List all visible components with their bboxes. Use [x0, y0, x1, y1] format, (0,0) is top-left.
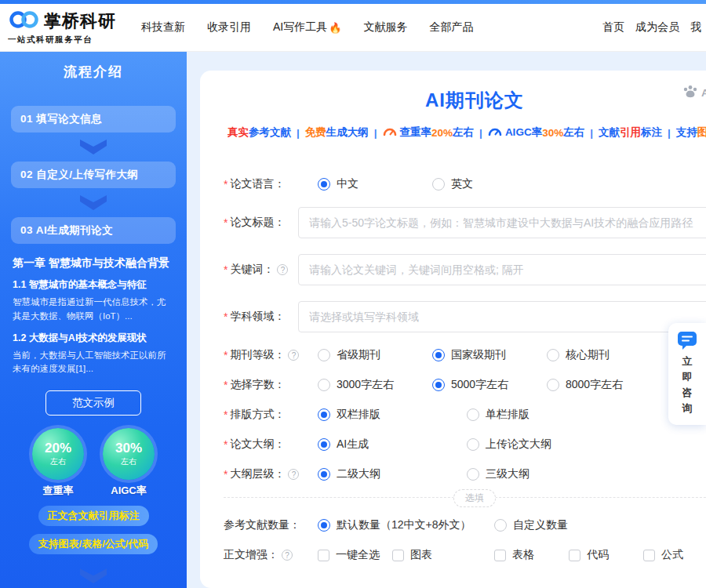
checkbox-icon[interactable] [569, 550, 580, 561]
badge-circle: 20% 左右 [32, 428, 84, 480]
sidebar: 流程介绍 01 填写论文信息 02 自定义/上传写作大纲 03 AI生成期刊论文… [0, 52, 187, 588]
form-label-language: *论文语言： [224, 177, 298, 191]
nav-item-all-products[interactable]: 全部产品 [429, 20, 473, 34]
form-label-journal-level: *期刊等级： ? [224, 348, 298, 362]
checkbox-formula[interactable]: 公式 [643, 548, 683, 562]
optional-divider: 选填 [224, 497, 706, 498]
sample-paper-button[interactable]: 范文示例 [45, 390, 141, 416]
link-home[interactable]: 首页 [602, 20, 624, 34]
subject-input[interactable] [298, 301, 706, 332]
consult-button[interactable]: 立即咨询 [668, 323, 706, 425]
form-label-title: *论文标题： [224, 216, 298, 230]
form-label-outline-level: *大纲层级： ? [224, 467, 298, 481]
radio-outline-two-level[interactable]: 二级大纲 [318, 467, 467, 481]
checkbox-icon[interactable] [392, 550, 404, 561]
checkbox-icon[interactable] [318, 550, 329, 561]
form-row-outline-level: *大纲层级： ? 二级大纲 三级大纲 [224, 467, 706, 481]
gauge-icon-aigc [488, 126, 502, 139]
arrow-down-icon [80, 140, 107, 154]
form-row-word-count: *选择字数： 3000字左右 5000字左右 8000字左右 [224, 378, 706, 392]
radio-icon[interactable] [318, 519, 330, 532]
help-icon[interactable]: ? [277, 264, 288, 275]
watermark: ai-bot.cn AI工具集 [653, 77, 706, 101]
title-input[interactable] [298, 207, 706, 238]
arrow-down-icon [80, 568, 107, 583]
radio-icon[interactable] [318, 408, 330, 421]
form-label-references: 参考文献数量： [224, 518, 298, 532]
radio-icon[interactable] [467, 468, 479, 481]
checkbox-chart[interactable]: 图表 [392, 548, 494, 562]
help-icon[interactable]: ? [282, 550, 293, 561]
help-icon[interactable]: ? [288, 350, 299, 361]
page: 掌桥科研 一站式科研服务平台 科技查新 收录引用 AI写作工具🔥 文献服务 全部… [0, 0, 706, 588]
nav-item-novelty-search[interactable]: 科技查新 [141, 20, 185, 34]
page-title: AI期刊论文 [200, 88, 706, 113]
main-card: ai-bot.cn AI工具集 AI期刊论文 真实参考文献 | 免费生成大纲 | [200, 71, 706, 588]
radio-language-english[interactable]: 英文 [432, 177, 473, 191]
aigc-rate-badge: 30% 左右 AIGC率 [103, 428, 155, 498]
sample-section-heading: 1.1 智慧城市的基本概念与特征 [13, 278, 174, 292]
radio-icon[interactable] [467, 438, 479, 451]
radio-outline-three-level[interactable]: 三级大纲 [467, 467, 530, 481]
radio-icon[interactable] [494, 519, 507, 532]
link-my-account[interactable]: 我 [690, 20, 701, 34]
radio-icon[interactable] [318, 178, 330, 191]
radio-icon[interactable] [318, 468, 330, 481]
form-row-keywords: *关键词： ? [224, 254, 706, 285]
checkbox-code[interactable]: 代码 [569, 548, 643, 562]
consult-label: 立即咨询 [668, 354, 706, 417]
nav-item-ai-writing[interactable]: AI写作工具🔥 [273, 20, 341, 34]
form-label-word-count: *选择字数： [224, 378, 298, 392]
feature-pill-support: 支持图表/表格/公式/代码 [29, 534, 158, 554]
keywords-input[interactable] [298, 254, 706, 285]
radio-outline-upload[interactable]: 上传论文大纲 [467, 437, 551, 452]
logo-subtitle: 一站式科研服务平台 [8, 34, 116, 45]
radio-icon[interactable] [432, 178, 445, 191]
checkbox-select-all[interactable]: 一键全选 [318, 548, 392, 562]
header: 掌桥科研 一站式科研服务平台 科技查新 收录引用 AI写作工具🔥 文献服务 全部… [0, 4, 706, 52]
fire-icon: 🔥 [329, 22, 341, 34]
nav-item-literature-service[interactable]: 文献服务 [363, 20, 407, 34]
radio-icon[interactable] [547, 349, 559, 361]
checkbox-icon[interactable] [643, 550, 655, 561]
radio-icon[interactable] [318, 349, 330, 361]
rate-badges: 20% 左右 查重率 30% 左右 AIGC率 [11, 428, 176, 498]
form-row-language: *论文语言： 中文 英文 [224, 177, 706, 191]
help-icon[interactable]: ? [288, 469, 299, 480]
radio-words-8000[interactable]: 8000字左右 [547, 378, 623, 392]
checkbox-icon[interactable] [494, 550, 506, 561]
radio-outline-ai[interactable]: AI生成 [318, 437, 467, 452]
radio-journal-core[interactable]: 核心期刊 [547, 348, 610, 362]
radio-icon[interactable] [432, 379, 445, 391]
gauge-icon-duplicate [383, 126, 397, 139]
radio-journal-provincial[interactable]: 省级期刊 [318, 348, 432, 362]
radio-refs-default[interactable]: 默认数量（12中文+8外文） [318, 518, 494, 532]
logo-icon [8, 9, 41, 33]
radio-journal-national[interactable]: 国家级期刊 [432, 348, 547, 362]
radio-layout-two-column[interactable]: 双栏排版 [318, 408, 467, 422]
radio-refs-custom[interactable]: 自定义数量 [494, 518, 568, 532]
logo[interactable]: 掌桥科研 一站式科研服务平台 [8, 9, 116, 45]
link-become-member[interactable]: 成为会员 [635, 20, 679, 34]
radio-icon[interactable] [318, 379, 330, 391]
form-label-enhance: 正文增强： ? [224, 548, 298, 562]
radio-words-3000[interactable]: 3000字左右 [318, 378, 432, 392]
radio-language-chinese[interactable]: 中文 [318, 177, 432, 191]
radio-icon[interactable] [432, 349, 445, 361]
radio-icon[interactable] [318, 438, 330, 451]
radio-icon[interactable] [547, 379, 559, 391]
top-accent-line [0, 0, 706, 4]
form-label-keywords: *关键词： ? [224, 263, 298, 277]
radio-words-5000[interactable]: 5000字左右 [432, 378, 547, 392]
badge-circle: 30% 左右 [103, 428, 155, 480]
form-row-journal-level: *期刊等级： ? 省级期刊 国家级期刊 核心期刊 [224, 348, 706, 362]
radio-layout-one-column[interactable]: 单栏排版 [467, 408, 530, 422]
form-label-outline: *论文大纲： [224, 437, 298, 452]
sample-chapter-title: 第一章 智慧城市与技术融合背景 [13, 256, 174, 270]
form-row-layout: *排版方式： 双栏排版 单栏排版 [224, 408, 706, 422]
sample-section-text: 智慧城市是指通过新一代信息技术，尤其是大数据、物联网（IoT）... [13, 296, 174, 324]
radio-icon[interactable] [467, 408, 479, 421]
nav-item-citation[interactable]: 收录引用 [207, 20, 251, 34]
feature-bar: 真实参考文献 | 免费生成大纲 | 查重率20%左右 | AIGC率30% 左右… [227, 125, 706, 140]
checkbox-table[interactable]: 表格 [494, 548, 569, 562]
